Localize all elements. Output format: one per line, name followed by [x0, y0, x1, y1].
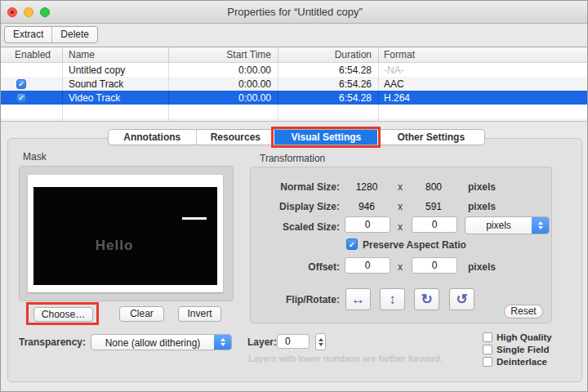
track-duration: 6:54.26 [278, 77, 379, 91]
track-start-time: 0:00.00 [169, 63, 278, 77]
title-bar: Properties for “Untitled copy” [1, 1, 588, 24]
settings-tabbar: Annotations Resources Visual Settings Ot… [108, 129, 485, 145]
size-separator: x [394, 261, 406, 273]
high-quality-label: High Quality [497, 332, 552, 342]
offset-unit: pixels [468, 261, 496, 273]
column-header-name[interactable]: Name [63, 47, 169, 62]
clear-button[interactable]: Clear [119, 306, 164, 322]
rotate-counterclockwise-button[interactable]: ↺ [449, 288, 474, 310]
deinterlace-checkbox[interactable] [483, 357, 492, 367]
track-actions: Extract Delete [4, 26, 98, 43]
track-start-time: 0:00.00 [169, 77, 278, 91]
window-controls [7, 7, 50, 17]
layer-label: Layer: [247, 336, 277, 348]
single-field-option: Single Field [483, 345, 550, 354]
transformation-section-label: Transformation [260, 153, 325, 164]
track-name: Video Track [63, 91, 169, 105]
enabled-checkbox[interactable] [16, 79, 26, 89]
close-icon[interactable] [7, 7, 17, 17]
column-header-duration[interactable]: Duration [278, 47, 379, 62]
tab-resources[interactable]: Resources [196, 130, 275, 145]
track-start-time: 0:00.00 [169, 91, 278, 105]
delete-button[interactable]: Delete [51, 27, 97, 42]
invert-button[interactable]: Invert [178, 306, 221, 322]
preserve-aspect-label: Preserve Aspect Ratio [363, 239, 466, 251]
mask-preview-frame: Hello [28, 175, 223, 292]
window-title: Properties for “Untitled copy” [1, 1, 588, 24]
track-format: H.264 [379, 91, 588, 105]
layer-note: Layers with lower numbers are farther fo… [248, 354, 443, 363]
column-header-enabled[interactable]: Enabled [1, 47, 63, 62]
column-header-format[interactable]: Format [379, 47, 588, 62]
layer-input[interactable]: 0 [277, 334, 310, 349]
normal-size-label: Normal Size: [250, 181, 340, 193]
single-field-label: Single Field [497, 345, 550, 354]
high-quality-option: High Quality [483, 332, 552, 342]
size-separator: x [394, 221, 406, 233]
offset-y-input[interactable]: 0 [412, 257, 457, 274]
display-size-unit: pixels [468, 201, 496, 212]
stepper-icon [532, 217, 549, 234]
deinterlace-label: Deinterlace [497, 357, 547, 367]
stepper-icon [214, 335, 231, 350]
mask-preview: Hello [33, 187, 217, 285]
flip-vertical-button[interactable]: ↕ [380, 288, 405, 310]
table-row-empty [1, 118, 588, 122]
table-row-empty [1, 105, 588, 118]
normal-size-height: 800 [411, 181, 457, 193]
normal-size-unit: pixels [468, 181, 496, 193]
rotate-counterclockwise-icon: ↺ [456, 292, 467, 307]
table-row[interactable]: Untitled copy 0:00.00 6:54.28 -NA- [1, 63, 588, 77]
scaled-unit-select[interactable]: pixels [465, 216, 550, 234]
tab-visual-settings[interactable]: Visual Settings [274, 130, 376, 145]
enabled-checkbox[interactable] [16, 93, 26, 103]
single-field-checkbox[interactable] [483, 345, 492, 354]
track-format: -NA- [379, 63, 588, 77]
high-quality-checkbox[interactable] [483, 332, 492, 342]
flip-horizontal-icon: ↔ [351, 292, 365, 307]
tab-other-settings[interactable]: Other Settings [377, 130, 484, 145]
properties-window: Properties for “Untitled copy” Extract D… [0, 0, 588, 392]
flip-horizontal-button[interactable]: ↔ [345, 288, 371, 310]
column-header-start-time[interactable]: Start Time [169, 47, 278, 62]
track-duration: 6:54.28 [278, 63, 379, 77]
mask-dash-shape [182, 217, 207, 220]
size-separator: x [394, 181, 406, 193]
reset-button[interactable]: Reset [504, 305, 543, 318]
normal-size-width: 1280 [344, 181, 390, 193]
zoom-icon[interactable] [40, 7, 50, 17]
scaled-unit-value: pixels [466, 217, 532, 234]
flip-rotate-label: Flip/Rotate: [250, 294, 340, 305]
rotate-clockwise-button[interactable]: ↻ [414, 288, 439, 310]
transparency-value: None (allow dithering) [91, 335, 214, 350]
minimize-icon[interactable] [24, 7, 33, 17]
preserve-aspect-checkbox[interactable] [346, 238, 358, 250]
scaled-size-label: Scaled Size: [250, 221, 340, 233]
extract-button[interactable]: Extract [5, 27, 51, 42]
deinterlace-option: Deinterlace [483, 357, 547, 367]
display-size-width: 946 [344, 201, 390, 212]
track-table-header: Enabled Name Start Time Duration Format [1, 47, 588, 63]
scaled-width-input[interactable]: 0 [345, 216, 390, 233]
track-name: Sound Track [63, 77, 169, 91]
choose-button[interactable]: Choose… [33, 307, 93, 322]
layer-stepper[interactable] [315, 333, 326, 350]
table-row[interactable]: Video Track 0:00.00 6:54.28 H.264 [1, 91, 588, 105]
track-format: AAC [379, 77, 588, 91]
rotate-clockwise-icon: ↻ [421, 292, 432, 307]
offset-label: Offset: [250, 261, 340, 273]
display-size-height: 591 [411, 201, 457, 212]
transparency-select[interactable]: None (allow dithering) [91, 334, 232, 350]
track-name: Untitled copy [63, 63, 169, 77]
tab-annotations[interactable]: Annotations [109, 130, 196, 145]
offset-x-input[interactable]: 0 [345, 257, 390, 274]
mask-preview-well: Hello [19, 166, 234, 301]
transparency-label: Transparency: [19, 336, 86, 348]
mask-preview-text: Hello [96, 238, 134, 254]
table-row[interactable]: Sound Track 0:00.00 6:54.26 AAC [1, 77, 588, 91]
scaled-height-input[interactable]: 0 [412, 216, 457, 233]
track-table: Enabled Name Start Time Duration Format … [1, 47, 588, 122]
display-size-label: Display Size: [250, 201, 340, 212]
size-separator: x [394, 201, 406, 212]
flip-vertical-icon: ↕ [389, 292, 396, 307]
